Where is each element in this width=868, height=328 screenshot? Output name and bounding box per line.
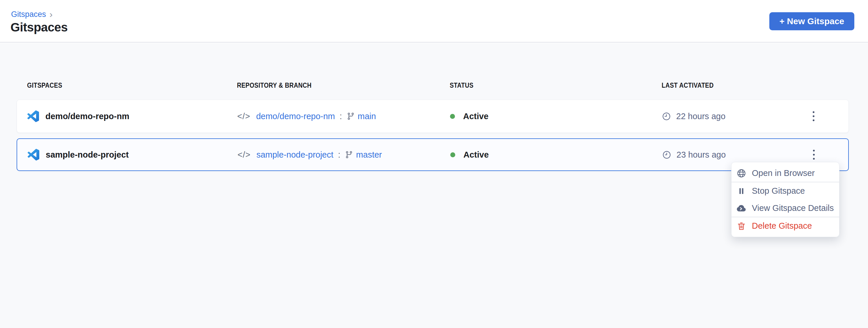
code-icon: </>: [238, 150, 251, 160]
repo-branch-separator: :: [340, 112, 342, 121]
page-header: Gitspaces › Gitspaces + New Gitspace: [0, 0, 868, 42]
column-header-repository-branch: REPOSITORY & BRANCH: [237, 81, 450, 89]
vscode-icon: [28, 149, 39, 160]
git-branch-icon: [345, 151, 353, 159]
last-activated-label: 22 hours ago: [676, 112, 725, 121]
breadcrumb-link-gitspaces[interactable]: Gitspaces: [11, 10, 46, 19]
gitspaces-table: GITSPACES REPOSITORY & BRANCH STATUS LAS…: [17, 43, 849, 171]
clock-icon: [662, 150, 671, 159]
kebab-menu-icon[interactable]: [809, 147, 819, 162]
menu-item-label: Stop Gitspace: [752, 186, 805, 196]
menu-item-open-in-browser[interactable]: Open in Browser: [732, 165, 839, 182]
chevron-right-icon: ›: [50, 10, 53, 18]
kebab-menu-icon[interactable]: [809, 108, 818, 124]
status-label: Active: [463, 150, 489, 160]
code-icon: </>: [237, 112, 250, 121]
branch-link[interactable]: master: [356, 150, 382, 160]
column-header-status: STATUS: [450, 81, 662, 89]
clock-icon: [662, 112, 671, 121]
page-title: Gitspaces: [10, 20, 67, 34]
repository-link[interactable]: demo/demo-repo-nm: [256, 112, 335, 121]
menu-item-delete-gitspace[interactable]: Delete Gitspace: [732, 217, 839, 235]
status-label: Active: [463, 112, 489, 121]
status-dot: [450, 152, 455, 157]
column-header-last-activated: LAST ACTIVATED: [662, 81, 796, 89]
gitspace-name: sample-node-project: [46, 150, 129, 160]
context-menu: Open in Browser Stop Gitspace View Gitsp…: [731, 162, 839, 237]
column-header-gitspaces: GITSPACES: [27, 81, 237, 89]
cloud-icon: [736, 203, 747, 213]
git-branch-icon: [347, 112, 355, 120]
menu-item-label: Open in Browser: [752, 168, 815, 178]
new-gitspace-button[interactable]: + New Gitspace: [769, 12, 854, 30]
menu-item-view-gitspace-details[interactable]: View Gitspace Details: [732, 200, 839, 217]
branch-link[interactable]: main: [358, 112, 376, 121]
table-row[interactable]: demo/demo-repo-nm </> demo/demo-repo-nm …: [17, 100, 849, 133]
repo-branch-separator: :: [338, 150, 340, 160]
menu-item-label: View Gitspace Details: [752, 203, 834, 213]
last-activated-label: 23 hours ago: [677, 150, 726, 160]
gitspaces-page: Gitspaces › Gitspaces + New Gitspace GIT…: [0, 0, 868, 328]
gitspace-name: demo/demo-repo-nm: [45, 112, 129, 121]
table-header-row: GITSPACES REPOSITORY & BRANCH STATUS LAS…: [17, 79, 849, 91]
pause-icon: [736, 186, 747, 196]
menu-item-stop-gitspace[interactable]: Stop Gitspace: [732, 182, 839, 200]
globe-icon: [736, 168, 747, 178]
trash-icon: [736, 221, 747, 231]
repository-link[interactable]: sample-node-project: [256, 150, 333, 160]
status-dot: [450, 114, 455, 119]
table-row[interactable]: sample-node-project </> sample-node-proj…: [17, 138, 849, 171]
menu-item-label: Delete Gitspace: [752, 221, 812, 231]
breadcrumb: Gitspaces ›: [11, 10, 53, 19]
vscode-icon: [27, 111, 39, 122]
